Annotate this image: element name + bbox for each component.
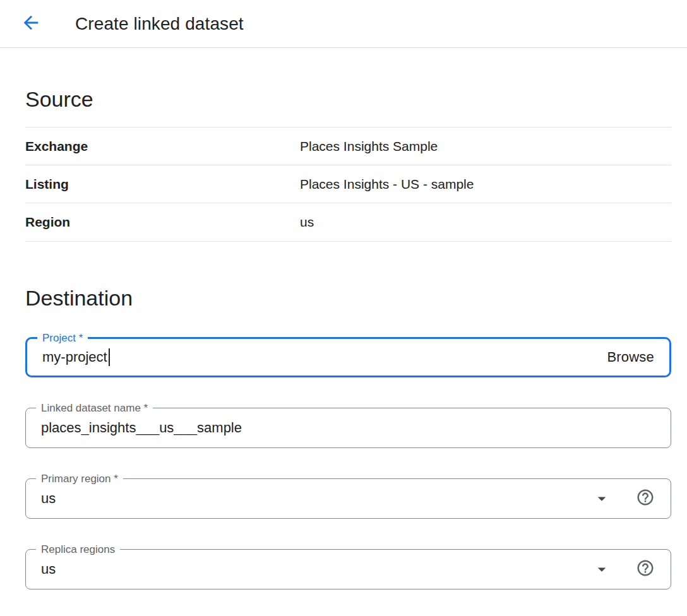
main-content: Source Exchange Places Insights Sample L… [0,87,687,589]
linked-dataset-name-field[interactable]: Linked dataset name * places_insights___… [25,408,671,448]
project-field-value: my-project [42,349,107,365]
page-title: Create linked dataset [75,14,244,34]
source-section-heading: Source [25,87,671,112]
help-icon [636,488,655,509]
row-value: us [300,214,314,230]
row-label: Region [25,214,300,230]
replica-regions-value: us [41,561,56,578]
table-row-exchange: Exchange Places Insights Sample [25,127,671,165]
primary-region-help-button[interactable] [635,489,655,509]
linked-dataset-name-label: Linked dataset name * [36,401,153,415]
arrow-drop-down-icon[interactable] [592,489,611,508]
row-value: Places Insights Sample [300,138,438,154]
table-row-listing: Listing Places Insights - US - sample [25,165,671,203]
page-header: Create linked dataset [0,0,687,48]
arrow-drop-down-icon[interactable] [592,560,611,579]
table-row-region: Region us [25,203,671,241]
destination-section-heading: Destination [25,286,671,311]
project-field[interactable]: Project * my-project Browse [25,337,671,377]
replica-regions-label: Replica regions [36,543,120,556]
back-button[interactable] [17,10,45,38]
browse-button[interactable]: Browse [607,349,654,365]
primary-region-value: us [41,490,56,507]
row-label: Listing [25,176,300,192]
project-field-label: Project * [37,331,88,345]
primary-region-select[interactable]: Primary region * us [25,478,671,519]
row-value: Places Insights - US - sample [300,176,474,192]
row-label: Exchange [25,138,300,154]
arrow-back-icon [20,12,42,36]
text-cursor [109,348,110,366]
linked-dataset-name-value: places_insights___us___sample [41,420,242,436]
replica-regions-select[interactable]: Replica regions us [25,549,671,589]
replica-regions-help-button[interactable] [635,559,655,579]
help-icon [636,559,655,580]
source-info-table: Exchange Places Insights Sample Listing … [25,127,671,242]
primary-region-label: Primary region * [36,472,123,485]
